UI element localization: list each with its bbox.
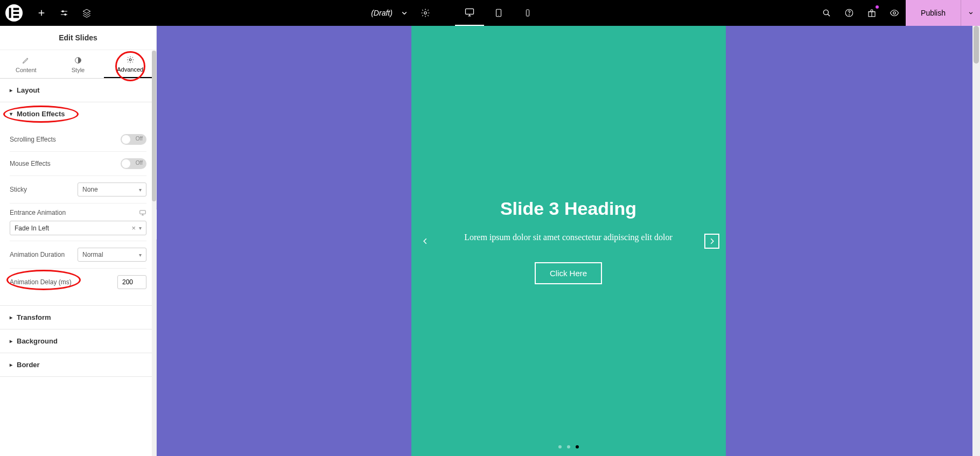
slide-preview[interactable]: Slide 3 Heading Lorem ipsum dolor sit am… [411, 26, 726, 456]
control-scrolling-effects: Scrolling Effects Off [10, 128, 146, 152]
toggle-state-label: Off [136, 136, 143, 142]
chevron-down-icon [400, 8, 409, 18]
caret-right-icon: ▸ [10, 338, 12, 344]
slide-prev-arrow[interactable] [418, 234, 433, 249]
plus-icon [37, 8, 46, 18]
toggle-state-label: Off [136, 160, 143, 166]
slide-heading: Slide 3 Heading [500, 198, 636, 219]
toggle-knob [122, 159, 130, 168]
help-button[interactable] [838, 0, 860, 26]
editor-canvas: Slide 3 Heading Lorem ipsum dolor sit am… [157, 26, 980, 456]
device-tablet[interactable] [484, 0, 513, 26]
slide-next-arrow[interactable] [704, 234, 719, 249]
section-border-header[interactable]: ▸ Border [0, 353, 156, 376]
tablet-icon [494, 8, 503, 18]
elementor-logo[interactable] [5, 4, 23, 22]
caret-right-icon: ▸ [10, 87, 12, 93]
page-settings-button[interactable] [414, 0, 437, 26]
pencil-icon [22, 56, 30, 65]
main-layout: Edit Slides Content Style Advanced ▸ Lay… [0, 26, 980, 456]
svg-rect-1 [13, 8, 19, 10]
svg-rect-2 [13, 12, 19, 14]
preview-button[interactable] [883, 0, 906, 26]
sidebar-sections: ▸ Layout ▾ Motion Effects Scrolling Effe… [0, 79, 156, 377]
svg-point-6 [424, 12, 427, 15]
document-dropdown[interactable] [397, 0, 412, 26]
tab-content[interactable]: Content [0, 50, 52, 78]
section-layout-header[interactable]: ▸ Layout [0, 79, 156, 102]
svg-rect-19 [140, 211, 146, 214]
search-icon [822, 8, 831, 18]
section-background-label: Background [17, 337, 58, 345]
svg-rect-0 [9, 8, 11, 18]
structure-button[interactable] [75, 0, 98, 26]
clear-icon[interactable]: × [131, 224, 136, 232]
whats-new-button[interactable] [860, 0, 883, 26]
section-motion-effects-header[interactable]: ▾ Motion Effects [0, 102, 156, 125]
panel-tabs: Content Style Advanced [0, 50, 156, 79]
caret-down-icon: ▾ [10, 111, 12, 117]
tab-advanced[interactable]: Advanced [104, 50, 156, 78]
slide-dot-1[interactable] [558, 445, 562, 448]
publish-options-dropdown[interactable] [961, 0, 980, 26]
sticky-value: None [82, 186, 98, 193]
section-motion-effects: ▾ Motion Effects Scrolling Effects Off M… [0, 102, 156, 306]
scrollbar-thumb[interactable] [974, 26, 979, 64]
section-background: ▸ Background [0, 329, 156, 353]
settings-sliders-button[interactable] [53, 0, 75, 26]
sliders-icon [59, 8, 69, 18]
slide-dot-2[interactable] [567, 445, 570, 448]
tab-style[interactable]: Style [52, 50, 104, 78]
entrance-animation-select[interactable]: Fade In Left ×▾ [10, 221, 146, 235]
device-desktop[interactable] [455, 0, 484, 26]
section-transform: ▸ Transform [0, 306, 156, 329]
finder-button[interactable] [815, 0, 838, 26]
section-transform-header[interactable]: ▸ Transform [0, 306, 156, 329]
toggle-knob [122, 135, 130, 144]
caret-right-icon: ▸ [10, 314, 12, 320]
svg-point-9 [498, 15, 499, 16]
device-mobile[interactable] [513, 0, 542, 26]
chevron-down-icon: ▾ [139, 252, 142, 258]
chevron-down-icon [967, 9, 975, 17]
tab-advanced-label: Advanced [117, 66, 143, 73]
topbar-right: Publish [815, 0, 980, 26]
gear-icon [126, 55, 135, 64]
sticky-select[interactable]: None ▾ [78, 183, 146, 197]
caret-right-icon: ▸ [10, 362, 12, 368]
chevron-down-icon: ▾ [139, 187, 142, 193]
section-background-header[interactable]: ▸ Background [0, 329, 156, 353]
animation-duration-label: Animation Duration [10, 251, 65, 258]
slide-dot-3[interactable] [576, 445, 579, 448]
svg-point-18 [129, 59, 131, 61]
gift-icon [867, 8, 877, 18]
desktop-icon[interactable] [139, 209, 146, 216]
scrolling-effects-label: Scrolling Effects [10, 136, 56, 143]
scrolling-effects-toggle[interactable]: Off [121, 134, 146, 145]
canvas-scrollbar[interactable] [972, 26, 980, 456]
animation-delay-input[interactable] [117, 275, 146, 289]
slide-cta-button[interactable]: Click Here [535, 262, 602, 284]
mouse-effects-toggle[interactable]: Off [121, 158, 146, 169]
section-border: ▸ Border [0, 353, 156, 377]
section-motion-effects-body: Scrolling Effects Off Mouse Effects Off [0, 125, 156, 305]
mouse-effects-label: Mouse Effects [10, 160, 51, 167]
document-status-label: (Draft) [371, 9, 393, 17]
gear-icon [421, 8, 430, 18]
chevron-left-icon [422, 235, 429, 247]
chevron-right-icon [708, 235, 716, 247]
topbar: (Draft) [0, 0, 980, 26]
scrollbar-thumb[interactable] [152, 51, 156, 201]
add-element-button[interactable] [30, 0, 53, 26]
contrast-icon [74, 56, 82, 65]
publish-button[interactable]: Publish [906, 0, 961, 26]
elementor-icon [5, 4, 23, 22]
notification-dot [876, 5, 879, 9]
svg-point-14 [849, 15, 850, 16]
animation-duration-value: Normal [82, 251, 103, 258]
sidebar-scrollbar[interactable] [152, 51, 156, 456]
animation-duration-select[interactable]: Normal ▾ [78, 248, 146, 262]
control-animation-delay: Animation Delay (ms) [10, 269, 146, 296]
svg-point-12 [823, 10, 828, 15]
topbar-left [0, 0, 98, 26]
